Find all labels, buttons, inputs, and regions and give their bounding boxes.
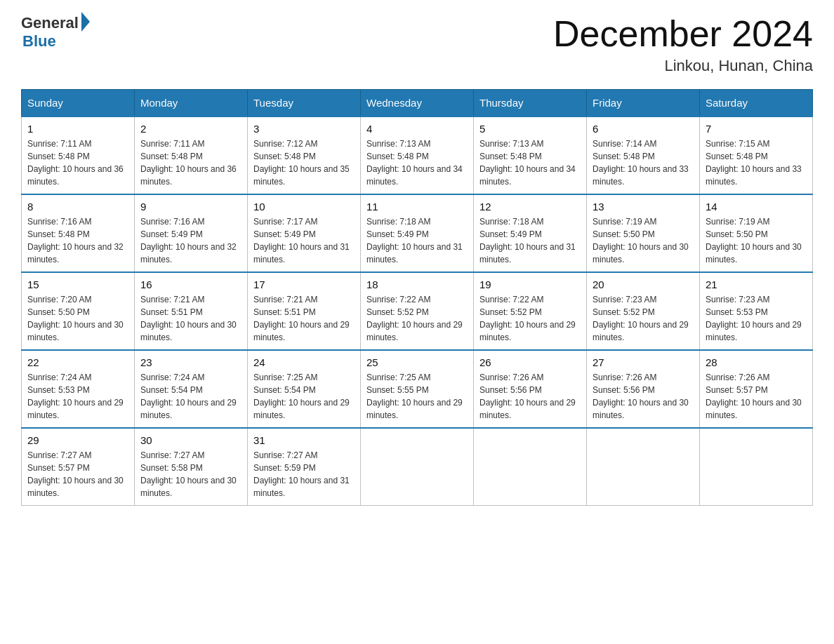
day-number: 31	[253, 434, 355, 446]
day-number: 16	[140, 279, 241, 290]
calendar-cell: 8Sunrise: 7:16 AMSunset: 5:48 PMDaylight…	[22, 194, 135, 272]
day-info: Sunrise: 7:26 AMSunset: 5:56 PMDaylight:…	[593, 371, 694, 422]
calendar-cell: 30Sunrise: 7:27 AMSunset: 5:58 PMDayligh…	[135, 428, 248, 506]
day-number: 11	[366, 201, 468, 213]
day-info: Sunrise: 7:17 AMSunset: 5:49 PMDaylight:…	[253, 215, 355, 266]
day-number: 30	[140, 434, 241, 446]
day-number: 21	[706, 279, 807, 290]
calendar-cell: 9Sunrise: 7:16 AMSunset: 5:49 PMDaylight…	[135, 194, 248, 272]
calendar-cell: 31Sunrise: 7:27 AMSunset: 5:59 PMDayligh…	[248, 428, 361, 506]
day-info: Sunrise: 7:15 AMSunset: 5:48 PMDaylight:…	[706, 137, 807, 188]
weekday-header-wednesday: Wednesday	[361, 90, 474, 117]
day-info: Sunrise: 7:19 AMSunset: 5:50 PMDaylight:…	[706, 215, 807, 266]
day-number: 14	[706, 201, 807, 213]
day-info: Sunrise: 7:18 AMSunset: 5:49 PMDaylight:…	[366, 215, 468, 266]
weekday-header-saturday: Saturday	[700, 90, 813, 117]
calendar-cell: 12Sunrise: 7:18 AMSunset: 5:49 PMDayligh…	[474, 194, 587, 272]
calendar-title: December 2024	[553, 14, 813, 54]
day-number: 12	[479, 201, 581, 213]
calendar-cell: 16Sunrise: 7:21 AMSunset: 5:51 PMDayligh…	[135, 272, 248, 350]
logo-general-text: General	[21, 14, 79, 32]
calendar-cell: 20Sunrise: 7:23 AMSunset: 5:52 PMDayligh…	[587, 272, 700, 350]
day-number: 3	[253, 123, 355, 135]
day-number: 19	[479, 279, 581, 290]
weekday-header-monday: Monday	[135, 90, 248, 117]
calendar-cell: 14Sunrise: 7:19 AMSunset: 5:50 PMDayligh…	[700, 194, 813, 272]
day-info: Sunrise: 7:27 AMSunset: 5:59 PMDaylight:…	[253, 449, 355, 499]
calendar-cell: 4Sunrise: 7:13 AMSunset: 5:48 PMDaylight…	[361, 116, 474, 194]
calendar-cell: 25Sunrise: 7:25 AMSunset: 5:55 PMDayligh…	[361, 350, 474, 428]
day-info: Sunrise: 7:22 AMSunset: 5:52 PMDaylight:…	[479, 293, 581, 344]
calendar-cell: 1Sunrise: 7:11 AMSunset: 5:48 PMDaylight…	[22, 116, 135, 194]
day-number: 24	[253, 356, 355, 368]
calendar-cell: 19Sunrise: 7:22 AMSunset: 5:52 PMDayligh…	[474, 272, 587, 350]
day-number: 28	[706, 356, 807, 368]
calendar-cell: 13Sunrise: 7:19 AMSunset: 5:50 PMDayligh…	[587, 194, 700, 272]
logo-blue-text: Blue	[22, 32, 56, 51]
day-number: 17	[253, 279, 355, 290]
logo: General Blue	[21, 14, 90, 51]
day-info: Sunrise: 7:13 AMSunset: 5:48 PMDaylight:…	[479, 137, 581, 188]
calendar-cell: 29Sunrise: 7:27 AMSunset: 5:57 PMDayligh…	[22, 428, 135, 506]
day-number: 1	[27, 123, 128, 135]
title-section: December 2024 Linkou, Hunan, China	[553, 14, 813, 75]
day-info: Sunrise: 7:23 AMSunset: 5:52 PMDaylight:…	[593, 293, 694, 344]
day-number: 6	[593, 123, 694, 135]
day-number: 2	[140, 123, 241, 135]
calendar-cell: 3Sunrise: 7:12 AMSunset: 5:48 PMDaylight…	[248, 116, 361, 194]
day-number: 20	[593, 279, 694, 290]
calendar-cell	[587, 428, 700, 506]
calendar-subtitle: Linkou, Hunan, China	[553, 57, 813, 75]
day-number: 10	[253, 201, 355, 213]
calendar-cell: 5Sunrise: 7:13 AMSunset: 5:48 PMDaylight…	[474, 116, 587, 194]
calendar-cell	[700, 428, 813, 506]
day-number: 15	[27, 279, 128, 290]
calendar-cell: 23Sunrise: 7:24 AMSunset: 5:54 PMDayligh…	[135, 350, 248, 428]
day-number: 22	[27, 356, 128, 368]
day-info: Sunrise: 7:11 AMSunset: 5:48 PMDaylight:…	[27, 137, 128, 188]
day-info: Sunrise: 7:14 AMSunset: 5:48 PMDaylight:…	[593, 137, 694, 188]
day-info: Sunrise: 7:22 AMSunset: 5:52 PMDaylight:…	[366, 293, 468, 344]
day-info: Sunrise: 7:21 AMSunset: 5:51 PMDaylight:…	[253, 293, 355, 344]
calendar-cell: 28Sunrise: 7:26 AMSunset: 5:57 PMDayligh…	[700, 350, 813, 428]
day-info: Sunrise: 7:23 AMSunset: 5:53 PMDaylight:…	[706, 293, 807, 344]
day-info: Sunrise: 7:16 AMSunset: 5:49 PMDaylight:…	[140, 215, 241, 266]
day-number: 25	[366, 356, 468, 368]
day-number: 9	[140, 201, 241, 213]
day-number: 13	[593, 201, 694, 213]
day-info: Sunrise: 7:25 AMSunset: 5:55 PMDaylight:…	[366, 371, 468, 422]
calendar-cell	[474, 428, 587, 506]
day-info: Sunrise: 7:26 AMSunset: 5:57 PMDaylight:…	[706, 371, 807, 422]
day-info: Sunrise: 7:11 AMSunset: 5:48 PMDaylight:…	[140, 137, 241, 188]
calendar-cell: 11Sunrise: 7:18 AMSunset: 5:49 PMDayligh…	[361, 194, 474, 272]
day-number: 7	[706, 123, 807, 135]
calendar-cell	[361, 428, 474, 506]
day-info: Sunrise: 7:24 AMSunset: 5:54 PMDaylight:…	[140, 371, 241, 422]
day-info: Sunrise: 7:27 AMSunset: 5:57 PMDaylight:…	[27, 449, 128, 499]
calendar-cell: 27Sunrise: 7:26 AMSunset: 5:56 PMDayligh…	[587, 350, 700, 428]
day-number: 8	[27, 201, 128, 213]
calendar-cell: 10Sunrise: 7:17 AMSunset: 5:49 PMDayligh…	[248, 194, 361, 272]
calendar-cell: 22Sunrise: 7:24 AMSunset: 5:53 PMDayligh…	[22, 350, 135, 428]
day-number: 4	[366, 123, 468, 135]
day-info: Sunrise: 7:26 AMSunset: 5:56 PMDaylight:…	[479, 371, 581, 422]
day-info: Sunrise: 7:16 AMSunset: 5:48 PMDaylight:…	[27, 215, 128, 266]
day-info: Sunrise: 7:13 AMSunset: 5:48 PMDaylight:…	[366, 137, 468, 188]
weekday-header-thursday: Thursday	[474, 90, 587, 117]
calendar-cell: 2Sunrise: 7:11 AMSunset: 5:48 PMDaylight…	[135, 116, 248, 194]
day-number: 27	[593, 356, 694, 368]
day-info: Sunrise: 7:25 AMSunset: 5:54 PMDaylight:…	[253, 371, 355, 422]
page-header: General Blue December 2024 Linkou, Hunan…	[21, 14, 813, 75]
calendar-cell: 26Sunrise: 7:26 AMSunset: 5:56 PMDayligh…	[474, 350, 587, 428]
logo-arrow-icon	[81, 12, 90, 32]
day-number: 29	[27, 434, 128, 446]
weekday-header-sunday: Sunday	[22, 90, 135, 117]
day-info: Sunrise: 7:19 AMSunset: 5:50 PMDaylight:…	[593, 215, 694, 266]
day-info: Sunrise: 7:27 AMSunset: 5:58 PMDaylight:…	[140, 449, 241, 499]
day-number: 18	[366, 279, 468, 290]
calendar-cell: 17Sunrise: 7:21 AMSunset: 5:51 PMDayligh…	[248, 272, 361, 350]
day-number: 26	[479, 356, 581, 368]
day-info: Sunrise: 7:18 AMSunset: 5:49 PMDaylight:…	[479, 215, 581, 266]
weekday-header-friday: Friday	[587, 90, 700, 117]
calendar-cell: 7Sunrise: 7:15 AMSunset: 5:48 PMDaylight…	[700, 116, 813, 194]
